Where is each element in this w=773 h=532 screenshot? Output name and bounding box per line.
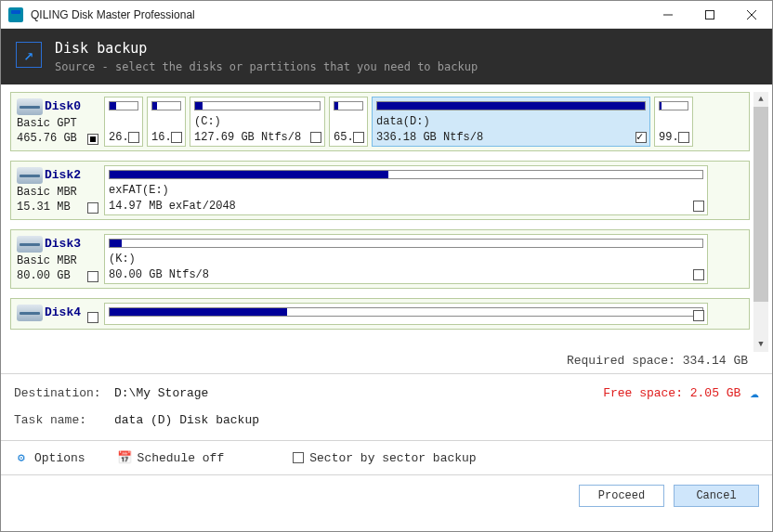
partition-label: (K:) — [109, 253, 703, 266]
partition-info: 14.97 MB exFat/2048 — [109, 200, 703, 213]
partition[interactable]: (K:)80.00 GB Ntfs/8 — [104, 234, 708, 284]
task-name-label: Task name: — [14, 413, 114, 427]
disk-list-pane: Disk0Basic GPT465.76 GB26.16.(C:)127.69 … — [1, 84, 772, 373]
partition[interactable]: exFAT(E:)14.97 MB exFat/2048 — [104, 165, 708, 215]
usage-bar — [659, 101, 688, 110]
usage-bar — [376, 101, 646, 110]
disk-icon — [17, 305, 43, 321]
disk-type: Basic GPT — [17, 117, 98, 130]
partition-checkbox[interactable] — [128, 132, 139, 143]
disk-size: 80.00 GB — [17, 269, 98, 282]
page-title: Disk backup — [55, 40, 478, 57]
page-header: ↗ Disk backup Source - select the disks … — [1, 29, 772, 84]
maximize-button[interactable] — [688, 1, 730, 29]
disk-row: Disk3Basic MBR80.00 GB(K:)80.00 GB Ntfs/… — [10, 229, 750, 289]
minimize-button[interactable] — [647, 1, 688, 29]
partition-checkbox[interactable] — [310, 132, 321, 143]
disk-checkbox[interactable] — [87, 134, 98, 145]
schedule-label: Schedule off — [138, 451, 225, 465]
usage-bar — [151, 101, 181, 110]
cloud-icon[interactable]: ☁ — [750, 383, 759, 402]
partition[interactable] — [104, 303, 708, 325]
proceed-button[interactable]: Proceed — [579, 485, 664, 507]
disk-name: Disk2 — [45, 168, 81, 182]
partition-label: data(D:) — [376, 115, 646, 128]
disk-checkbox[interactable] — [87, 202, 98, 214]
disk-checkbox[interactable] — [87, 271, 98, 282]
vertical-scrollbar[interactable]: ▲ ▼ — [753, 92, 768, 352]
partition-label: exFAT(E:) — [109, 184, 703, 197]
disk-icon — [17, 236, 43, 253]
gear-icon: ⚙ — [14, 450, 29, 465]
page-subtitle: Source - select the disks or partitions … — [55, 60, 478, 73]
disk-row: Disk4 — [10, 298, 750, 330]
schedule-button[interactable]: 📅 Schedule off — [117, 450, 225, 465]
partition-checkbox[interactable] — [353, 132, 364, 143]
partition[interactable]: 65. — [329, 97, 368, 147]
window-title: QILING Disk Master Professional — [31, 8, 647, 21]
disk-header: Disk4 — [15, 303, 100, 325]
partition-checkbox[interactable] — [693, 269, 704, 280]
disk-name: Disk3 — [45, 237, 81, 251]
options-toolbar: ⚙ Options 📅 Schedule off Sector by secto… — [1, 441, 772, 474]
partition-checkbox[interactable] — [171, 132, 182, 143]
usage-bar — [109, 239, 703, 248]
svg-rect-1 — [705, 10, 714, 19]
cancel-button[interactable]: Cancel — [674, 485, 759, 507]
partition-checkbox[interactable] — [678, 132, 689, 143]
window-titlebar: QILING Disk Master Professional — [1, 1, 772, 29]
destination-value[interactable]: D:\My Storage — [114, 386, 603, 400]
app-icon — [8, 7, 23, 22]
usage-bar — [194, 101, 321, 110]
disk-icon — [17, 98, 43, 115]
usage-bar — [109, 101, 138, 110]
disk-name: Disk4 — [45, 305, 81, 319]
partition[interactable]: 26. — [104, 97, 143, 147]
backup-icon: ↗ — [16, 42, 42, 68]
disk-header: Disk3Basic MBR80.00 GB — [15, 234, 100, 284]
disk-name: Disk0 — [45, 99, 81, 113]
partition[interactable]: (C:)127.69 GB Ntfs/8 — [190, 97, 325, 147]
partition-info: 127.69 GB Ntfs/8 — [194, 131, 321, 144]
partition[interactable]: 16. — [147, 97, 186, 147]
partition-info: 336.18 GB Ntfs/8 — [376, 131, 646, 144]
scroll-track[interactable] — [753, 302, 768, 337]
scroll-down-arrow[interactable]: ▼ — [753, 337, 768, 352]
disk-icon — [17, 167, 43, 184]
disk-type: Basic MBR — [17, 186, 98, 199]
usage-bar — [109, 170, 703, 179]
destination-label: Destination: — [14, 386, 114, 400]
options-button[interactable]: ⚙ Options — [14, 450, 85, 465]
checkbox-icon — [293, 452, 304, 463]
scroll-up-arrow[interactable]: ▲ — [753, 92, 768, 107]
disk-checkbox[interactable] — [87, 312, 98, 323]
disk-row: Disk0Basic GPT465.76 GB26.16.(C:)127.69 … — [10, 92, 750, 151]
partition-checkbox[interactable] — [635, 132, 647, 143]
disk-row: Disk2Basic MBR15.31 MBexFAT(E:)14.97 MB … — [10, 161, 750, 220]
destination-row: Destination: D:\My Storage Free space: 2… — [1, 374, 772, 408]
partition[interactable]: data(D:)336.18 GB Ntfs/8 — [372, 97, 650, 147]
scroll-thumb[interactable] — [753, 107, 768, 302]
disk-type: Basic MBR — [17, 254, 98, 267]
sector-label: Sector by sector backup — [309, 451, 476, 465]
usage-bar — [334, 101, 363, 110]
partition-checkbox[interactable] — [693, 310, 704, 321]
partition[interactable]: 99. — [654, 97, 693, 147]
sector-backup-checkbox[interactable]: Sector by sector backup — [293, 451, 476, 465]
disk-header: Disk2Basic MBR15.31 MB — [15, 165, 100, 215]
task-name-row: Task name: data (D) Disk backup — [1, 408, 772, 440]
partition-info: 80.00 GB Ntfs/8 — [109, 268, 703, 281]
disk-header: Disk0Basic GPT465.76 GB — [15, 97, 100, 147]
partition-checkbox[interactable] — [693, 201, 704, 212]
usage-bar — [109, 307, 703, 317]
options-label: Options — [34, 451, 85, 465]
free-space-label: Free space: 2.05 GB — [603, 386, 740, 400]
close-button[interactable] — [730, 1, 772, 29]
footer-buttons: Proceed Cancel — [1, 475, 772, 518]
required-space-label: Required space: 334.14 GB — [1, 352, 772, 373]
partition-label: (C:) — [194, 115, 321, 128]
task-name-value[interactable]: data (D) Disk backup — [114, 413, 759, 427]
disk-size: 15.31 MB — [17, 201, 98, 214]
calendar-icon: 📅 — [117, 450, 132, 465]
disk-size: 465.76 GB — [17, 132, 98, 145]
